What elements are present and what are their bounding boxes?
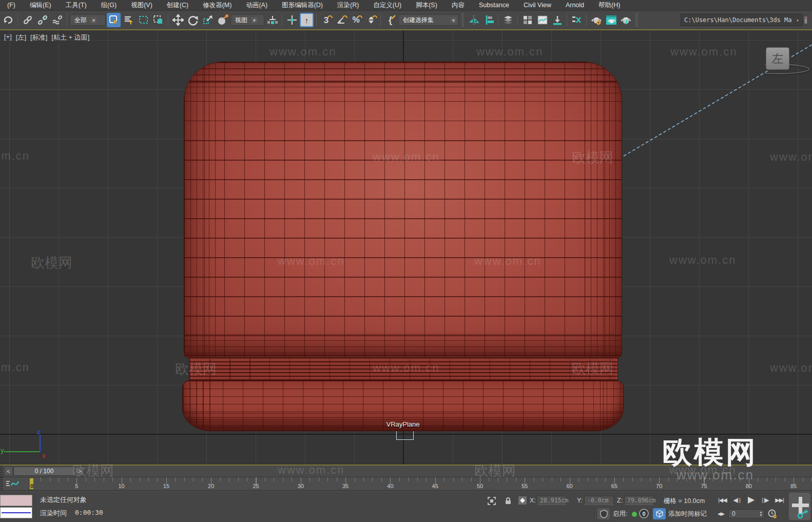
named-selection-set-dropdown[interactable]: 创建选择集 ▾ bbox=[398, 14, 459, 26]
absolute-mode-toggle[interactable] bbox=[516, 495, 529, 506]
select-object-button[interactable] bbox=[107, 13, 121, 27]
project-folder-dropdown[interactable]: C:\Users\Han\Documents\3ds Max 2022 ▾ bbox=[681, 14, 803, 26]
select-and-rotate-icon[interactable] bbox=[186, 13, 200, 27]
macro-recorder-pane[interactable] bbox=[0, 495, 32, 506]
play-button[interactable]: ▶ bbox=[744, 493, 759, 507]
menu-item[interactable]: 脚本(S) bbox=[409, 0, 444, 11]
schematic-view-icon[interactable] bbox=[550, 13, 564, 27]
render-setup-icon[interactable] bbox=[589, 13, 603, 27]
keyboard-shortcut-override-toggle[interactable]: ↑ bbox=[300, 13, 314, 27]
scene-object-groove[interactable] bbox=[189, 357, 618, 380]
viewport-menu-pov[interactable]: [左] bbox=[16, 33, 26, 42]
percent-snap-toggle-icon[interactable]: % bbox=[349, 13, 363, 27]
menu-item[interactable]: Substance bbox=[472, 0, 516, 11]
key-mode-toggle[interactable]: ◀▶ bbox=[716, 511, 727, 516]
rectangular-selection-region-icon[interactable] bbox=[137, 13, 150, 27]
workspace-partial-icon[interactable] bbox=[804, 13, 811, 27]
render-production-icon[interactable] bbox=[619, 13, 633, 27]
toolbar-grip[interactable] bbox=[0, 477, 3, 490]
select-and-scale-icon[interactable] bbox=[201, 13, 215, 27]
toggle-layer-explorer-icon[interactable] bbox=[520, 13, 534, 27]
menu-item[interactable]: (F) bbox=[0, 0, 23, 11]
menu-item[interactable]: Arnold bbox=[558, 0, 591, 11]
slate-material-editor-icon[interactable] bbox=[570, 13, 584, 27]
next-frame-slider-button[interactable]: > bbox=[75, 467, 84, 476]
menu-item[interactable]: 组(G) bbox=[94, 0, 124, 11]
menu-item[interactable]: 帮助(H) bbox=[591, 0, 627, 11]
toolbar-grip[interactable] bbox=[0, 466, 3, 477]
menu-item[interactable]: 渲染(R) bbox=[330, 0, 366, 11]
add-key-button[interactable] bbox=[788, 492, 811, 520]
redo-icon[interactable] bbox=[1, 13, 15, 27]
unlink-icon[interactable] bbox=[35, 13, 49, 27]
x-coord-field[interactable]: 28.915cm bbox=[537, 496, 567, 505]
menu-item[interactable]: 自定义(U) bbox=[366, 0, 409, 11]
select-and-move-icon[interactable] bbox=[171, 13, 185, 27]
render-time-value: 0:00:30 bbox=[75, 509, 103, 518]
go-to-start-button[interactable]: |◀◀ bbox=[716, 493, 730, 507]
selection-filter-dropdown[interactable]: 全部 ▾ bbox=[70, 14, 106, 26]
menu-item[interactable]: 编辑(E) bbox=[23, 0, 59, 11]
viewport[interactable]: [+] [左] [标准] [粘土 + 边面] VRayPlane bbox=[0, 29, 812, 466]
z-coord-field[interactable]: 79.896cm bbox=[624, 496, 654, 505]
time-slider-handle[interactable]: 0 / 100 bbox=[13, 467, 75, 476]
y-coord-field[interactable]: -0.0cm bbox=[584, 496, 614, 505]
frame-tick-label: 20 bbox=[208, 483, 214, 489]
chevron-down-icon: ▾ bbox=[252, 17, 257, 23]
menu-item[interactable]: 修改器(M) bbox=[196, 0, 239, 11]
reference-coordinate-system-dropdown[interactable]: 视图 ▾ bbox=[230, 14, 264, 26]
bind-space-warp-icon[interactable] bbox=[50, 13, 64, 27]
selection-lock-toggle[interactable] bbox=[502, 495, 514, 507]
spinner-down-icon[interactable]: ▼ bbox=[759, 514, 763, 517]
select-by-name-icon[interactable] bbox=[122, 13, 136, 27]
spinner-snap-toggle-icon[interactable] bbox=[364, 13, 378, 27]
plus-icon bbox=[792, 504, 809, 507]
viewport-menu-renderer[interactable]: [标准] bbox=[30, 33, 47, 42]
vrayplane-gizmo[interactable] bbox=[396, 431, 414, 440]
mirror-icon[interactable] bbox=[467, 13, 480, 27]
menu-item[interactable]: 视图(V) bbox=[124, 0, 160, 11]
edit-named-selection-sets-icon[interactable]: { bbox=[383, 13, 397, 27]
menu-item[interactable]: 动画(A) bbox=[239, 0, 275, 11]
toggle-scene-explorer-icon[interactable] bbox=[501, 13, 515, 27]
previous-frame-button[interactable]: ◀| | bbox=[730, 493, 744, 507]
viewport-menu-general[interactable]: [+] bbox=[4, 33, 12, 42]
menu-item[interactable]: Civil View bbox=[516, 0, 558, 11]
snap-toggle-3d-icon[interactable]: 3 bbox=[319, 13, 333, 27]
window-crossing-icon[interactable] bbox=[151, 13, 165, 27]
add-time-tag[interactable]: 添加时间标记 bbox=[668, 510, 707, 518]
menu-item[interactable]: 图形编辑器(D) bbox=[275, 0, 330, 11]
scene-object-wireframe-body[interactable] bbox=[184, 62, 622, 358]
menu-item[interactable]: 创建(C) bbox=[160, 0, 196, 11]
menu-item[interactable]: 工具(T) bbox=[59, 0, 94, 11]
use-pivot-point-center-icon[interactable] bbox=[265, 13, 279, 27]
frame-spinner[interactable]: ▲ ▼ bbox=[759, 510, 763, 518]
isolate-selection-toggle[interactable] bbox=[486, 495, 498, 507]
curve-editor-icon[interactable] bbox=[535, 13, 549, 27]
3dsmax-window: (F)编辑(E)工具(T)组(G)视图(V)创建(C)修改器(M)动画(A)图形… bbox=[0, 0, 812, 522]
time-tag-cube-button[interactable] bbox=[653, 508, 666, 519]
render-time-row: 渲染时间 0:00:30 bbox=[40, 509, 103, 518]
maxscript-mini-listener[interactable] bbox=[0, 507, 32, 518]
rendered-frame-window-icon[interactable] bbox=[604, 13, 618, 27]
viewcube[interactable]: 左 bbox=[765, 46, 812, 78]
next-frame-button[interactable]: | |▶ bbox=[758, 493, 772, 507]
viewport-menu-shading[interactable]: [粘土 + 边面] bbox=[51, 33, 89, 42]
frame-tick-label: 10 bbox=[118, 483, 124, 489]
mini-curve-editor-toggle[interactable] bbox=[4, 478, 26, 490]
previous-frame-slider-button[interactable]: < bbox=[4, 467, 13, 476]
zero-badge[interactable]: 0 bbox=[639, 509, 649, 518]
angle-snap-toggle-icon[interactable] bbox=[334, 13, 348, 27]
go-to-end-button[interactable]: ▶▶| bbox=[772, 493, 786, 507]
menu-item[interactable]: 内容 bbox=[444, 0, 472, 11]
select-and-manipulate-icon[interactable] bbox=[285, 13, 299, 27]
align-icon[interactable] bbox=[481, 13, 495, 27]
select-link-icon[interactable] bbox=[21, 13, 34, 27]
viewcube-face-left[interactable]: 左 bbox=[766, 47, 789, 70]
frame-tick-label: 70 bbox=[656, 483, 662, 489]
shield-icon[interactable] bbox=[597, 508, 610, 519]
time-configuration-button[interactable] bbox=[766, 508, 778, 519]
select-and-place-icon[interactable] bbox=[216, 13, 229, 27]
current-frame-field[interactable]: 0 ▲ ▼ bbox=[728, 509, 764, 518]
wire-dense-left bbox=[184, 62, 221, 358]
